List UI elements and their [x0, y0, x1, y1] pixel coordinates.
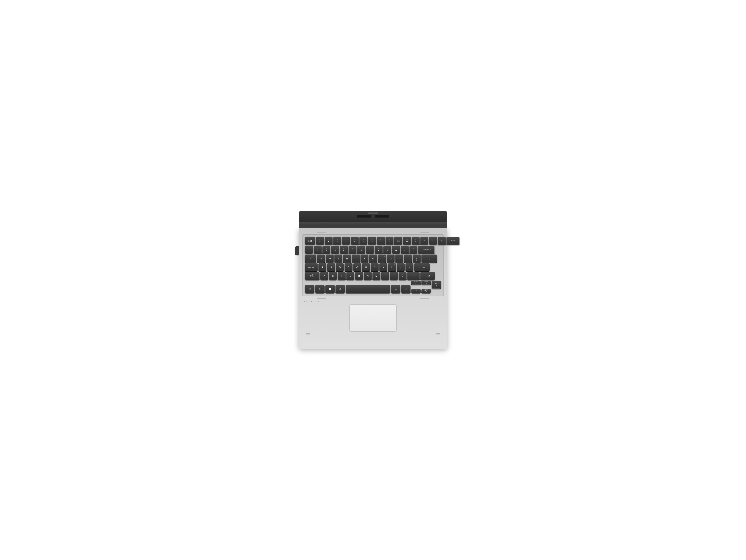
key-5[interactable]: % 5	[348, 246, 356, 254]
key-z[interactable]: Z	[320, 272, 328, 280]
key-bracket-open[interactable]: { [	[404, 255, 412, 263]
key-f[interactable]: F	[345, 263, 352, 271]
key-p[interactable]: P *	[395, 255, 403, 263]
key-backspace[interactable]: ← backspace	[418, 246, 434, 254]
key-x[interactable]: X	[329, 272, 337, 280]
key-alt-left[interactable]: alt	[336, 285, 345, 293]
nav-bot-row: < pg dn ∨	[411, 289, 441, 293]
key-g[interactable]: G	[353, 263, 361, 271]
key-pgup[interactable]: pg up ∧	[422, 281, 431, 285]
key-f1[interactable]: f1 🖥	[316, 237, 324, 245]
key-4[interactable]: $ 4	[340, 246, 348, 254]
key-fn[interactable]: fn	[315, 285, 324, 293]
key-c[interactable]: C	[338, 272, 346, 280]
key-f10[interactable]: f10 num lk	[394, 237, 402, 245]
key-n[interactable]: N	[364, 272, 372, 280]
key-y[interactable]: Y	[361, 255, 369, 263]
key-j[interactable]: J 1	[371, 263, 379, 271]
key-equals[interactable]: + =	[409, 246, 418, 254]
key-f4[interactable]: f4 ☀	[342, 237, 350, 245]
key-phone[interactable]: 📞	[429, 237, 437, 245]
key-2[interactable]: @ 2	[322, 246, 331, 254]
windows-icon	[329, 288, 331, 290]
key-bracket-close[interactable]: } ]	[413, 255, 421, 263]
key-caps-lock[interactable]: caps lock	[305, 263, 318, 271]
key-enter[interactable]: ← enter	[414, 263, 430, 271]
zxcv-row: shift ↑ fn lock Z X C V B N M 0 < , >	[305, 272, 441, 280]
key-l[interactable]: L 3	[388, 263, 396, 271]
key-backslash[interactable]: | \	[422, 255, 437, 263]
key-h[interactable]: H	[362, 263, 370, 271]
key-f7[interactable]: f7 🔊	[368, 237, 376, 245]
key-alt-right[interactable]: alt	[391, 285, 400, 293]
fn-key-row: esc f1 🖥 f2 ⬜ f3 ✳ f4 ☀	[305, 237, 441, 245]
key-semicolon[interactable]: : ;	[397, 263, 405, 271]
key-home[interactable]: home <	[411, 281, 421, 285]
key-w[interactable]: W	[326, 255, 334, 263]
bottom-screws	[302, 331, 444, 334]
key-end[interactable]: end >	[432, 281, 441, 289]
key-f9[interactable]: f9 ···	[385, 237, 394, 245]
key-tab[interactable]: tab |←→|	[305, 255, 316, 263]
screw-right	[436, 333, 440, 334]
key-u[interactable]: U 4	[369, 255, 377, 263]
key-comma[interactable]: < ,	[381, 272, 389, 280]
key-f6[interactable]: f6 🔉	[360, 237, 367, 245]
bot-indicator-right	[420, 298, 429, 299]
key-f8[interactable]: f8 🎤	[377, 237, 385, 245]
key-monitor[interactable]: 🖥	[420, 237, 428, 245]
key-pgdn[interactable]: pg dn ∨	[422, 289, 431, 293]
key-s[interactable]: S	[327, 263, 335, 271]
key-1[interactable]: ! 1	[314, 246, 322, 254]
key-f3[interactable]: f3 ✳	[333, 237, 341, 245]
key-b[interactable]: B	[355, 272, 363, 280]
number-key-row: ~ - ` ! 1 @ 2 # 3 $ 4	[305, 246, 441, 254]
key-r[interactable]: R	[343, 255, 351, 263]
top-indicators	[302, 232, 444, 233]
key-f2[interactable]: f2 ⬜	[324, 237, 333, 245]
key-minus[interactable]: — -	[401, 246, 409, 254]
key-i[interactable]: I 5	[378, 255, 386, 263]
key-windows[interactable]	[325, 285, 335, 293]
key-9[interactable]: ( 9	[383, 246, 391, 254]
keyboard-device: esc f1 🖥 f2 ⬜ f3 ✳ f4 ☀	[299, 211, 447, 349]
key-o[interactable]: O 6	[386, 255, 395, 263]
key-f11[interactable]: f11 📶	[403, 237, 411, 245]
connector-slot-left	[357, 215, 371, 217]
key-f5[interactable]: f5 🔇	[351, 237, 359, 245]
key-7[interactable]: & 7	[366, 246, 374, 254]
key-shift-left[interactable]: shift ↑ fn lock	[305, 272, 319, 280]
key-e[interactable]: E	[334, 255, 342, 263]
key-3[interactable]: # 3	[331, 246, 339, 254]
key-q[interactable]: Q	[317, 255, 325, 263]
key-prt-sc[interactable]: prt sc	[407, 272, 420, 280]
key-d[interactable]: D	[336, 263, 344, 271]
key-m[interactable]: M 0	[372, 272, 380, 280]
key-esc[interactable]: esc	[305, 237, 315, 245]
key-6[interactable]: ^ 6	[357, 246, 365, 254]
key-ctrl-left[interactable]: ctrl	[305, 285, 314, 293]
bottom-row: ctrl fn alt alt ctrl	[305, 281, 441, 293]
brand-label: ELITE X 2	[304, 300, 444, 302]
key-f12[interactable]: f12 📅	[412, 237, 420, 245]
key-v[interactable]: V	[346, 272, 354, 280]
key-period[interactable]: > .	[390, 272, 398, 280]
key-end-call[interactable]: 📵	[438, 237, 446, 245]
key-backtick[interactable]: ~ - `	[305, 246, 313, 254]
key-ctrl-right[interactable]: ctrl	[401, 285, 410, 293]
key-arrow-left[interactable]: <	[411, 289, 421, 293]
bottom-section: ELITE X 2	[302, 298, 444, 331]
key-0[interactable]: ) 0	[392, 246, 400, 254]
key-space[interactable]	[346, 285, 390, 293]
key-shift-right[interactable]: ↑ shift	[420, 272, 435, 280]
key-k[interactable]: K 2	[379, 263, 387, 271]
key-quote[interactable]: " '	[405, 263, 413, 271]
key-8[interactable]: * 8	[375, 246, 382, 254]
key-slash[interactable]: ? /	[399, 272, 406, 280]
key-delete[interactable]: delete	[447, 237, 459, 245]
screw-left	[306, 333, 310, 334]
key-t[interactable]: T	[352, 255, 360, 263]
touchpad[interactable]	[349, 304, 397, 331]
nav-top-row: home < pg up ∧ end >	[411, 281, 441, 289]
key-a[interactable]: A	[318, 263, 326, 271]
